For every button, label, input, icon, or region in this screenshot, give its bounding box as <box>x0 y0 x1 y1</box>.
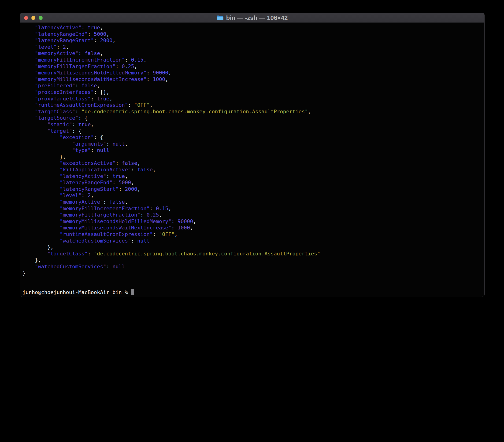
terminal-text-segment <box>22 160 60 166</box>
terminal-text-segment: "watchedCustomServices" <box>60 238 131 244</box>
terminal-text-segment: : <box>75 83 82 88</box>
terminal-line: "memoryMillisecondsWaitNextIncrease": 10… <box>22 225 482 231</box>
terminal-text-segment: : <box>131 167 138 173</box>
folder-icon <box>216 15 224 21</box>
window-title-area: bin — -zsh — 106×42 <box>20 13 484 22</box>
terminal-text-segment: "memoryFillIncrementFraction" <box>35 57 125 63</box>
terminal-text-segment: "runtimeAssaultCronExpression" <box>35 102 128 108</box>
terminal-text-segment: : <box>88 31 94 37</box>
minimize-button[interactable] <box>31 16 35 20</box>
traffic-lights <box>20 16 43 20</box>
terminal-line <box>22 276 482 283</box>
terminal-text-segment: } <box>22 270 26 276</box>
terminal-text-segment: "memoryMillisecondsHoldFilledMemory" <box>60 218 171 224</box>
terminal-text-segment: true <box>78 122 91 127</box>
terminal-text-segment: true <box>112 173 125 179</box>
terminal-text-segment: : <box>91 96 97 102</box>
terminal-text-segment: "level" <box>35 44 57 50</box>
terminal-text-segment: , <box>137 160 140 166</box>
terminal-text-segment: , <box>91 193 94 198</box>
terminal-text-segment: "killApplicationActive" <box>60 167 131 173</box>
terminal-text-segment: "proxiedInterfaces" <box>35 89 94 95</box>
terminal-text-segment: , <box>100 25 103 30</box>
terminal-text-segment: "runtimeAssaultCronExpression" <box>60 231 153 237</box>
terminal-text-segment: , <box>134 63 137 69</box>
terminal-text-segment: 5000 <box>94 31 106 37</box>
terminal-text-segment: 0.15 <box>156 206 168 212</box>
terminal-text-segment: , <box>112 37 115 43</box>
terminal-text-segment <box>22 122 47 127</box>
terminal-text-segment: : <box>147 76 153 82</box>
terminal-text-segment: : { <box>72 128 82 134</box>
terminal-line: "latencyRangeEnd": 5000, <box>22 179 482 186</box>
terminal-text-segment: , <box>137 186 140 192</box>
terminal-text-segment: : <box>106 141 113 147</box>
terminal-text-segment: "memoryActive" <box>35 50 78 56</box>
terminal-line: "memoryFillTargetFraction": 0.25, <box>22 212 482 218</box>
terminal-text-segment: "targetSource" <box>35 115 78 121</box>
terminal-text-segment: false <box>109 199 125 205</box>
terminal-line: "memoryActive": false, <box>22 199 482 205</box>
terminal-text-segment: "memoryMillisecondsWaitNextIncrease" <box>60 225 171 230</box>
terminal-text-segment <box>22 76 35 82</box>
terminal-line: "targetSource": { <box>22 115 482 121</box>
terminal-text-segment: "latencyRangeStart" <box>60 186 119 192</box>
terminal-text-segment: , <box>168 206 171 212</box>
terminal-text-segment: 0.15 <box>131 57 144 63</box>
terminal-text-segment <box>22 167 60 173</box>
terminal-text-segment: "de.codecentric.spring.boot.chaos.monkey… <box>82 109 308 114</box>
terminal-text-segment: , <box>190 225 193 230</box>
terminal-text-segment: 5000 <box>119 179 131 185</box>
terminal-text-segment <box>22 37 35 43</box>
terminal-text-segment: : <box>112 179 119 185</box>
terminal-line: "level": 2, <box>22 44 482 50</box>
terminal-text-segment: 1000 <box>178 225 190 230</box>
terminal-text-segment: "memoryFillIncrementFraction" <box>60 206 150 212</box>
terminal-text-segment: "OFF" <box>159 231 175 237</box>
terminal-text-segment: "latencyActive" <box>60 173 106 179</box>
terminal-text-segment: : <box>57 44 63 50</box>
terminal-text-segment: "proxyTargetClass" <box>35 96 91 102</box>
terminal-text-segment <box>22 70 35 76</box>
terminal-text-segment <box>22 231 60 237</box>
terminal-text-segment: junho@choejunhoui-MacBookAir bin % <box>22 289 131 295</box>
terminal-cursor <box>131 289 134 295</box>
terminal-text-segment: : <box>106 173 113 179</box>
window-titlebar: bin — -zsh — 106×42 <box>20 13 484 23</box>
terminal-text-segment: : <box>91 147 97 153</box>
terminal-line: "memoryActive": false, <box>22 50 482 57</box>
terminal-text-segment: 2000 <box>100 37 112 43</box>
terminal-line: "latencyActive": true, <box>22 173 482 179</box>
terminal-text-segment <box>22 251 47 257</box>
terminal-text-segment <box>22 50 35 56</box>
terminal-text-segment: }, <box>22 244 54 250</box>
terminal-text-segment: : <box>150 206 156 212</box>
terminal-text-segment: , <box>125 173 128 179</box>
terminal-line: "exceptionsActive": false, <box>22 160 482 166</box>
terminal-text-segment <box>22 238 60 244</box>
terminal-text-segment: "level" <box>60 193 82 198</box>
zoom-button[interactable] <box>39 16 43 20</box>
terminal-text-segment <box>22 102 35 108</box>
terminal-text-segment: false <box>85 50 100 56</box>
terminal-text-segment <box>22 115 35 121</box>
terminal-text-segment: false <box>122 160 137 166</box>
terminal-text-segment <box>22 186 60 192</box>
terminal-text-segment: , <box>91 122 94 127</box>
close-button[interactable] <box>24 16 28 20</box>
terminal-text-segment: "watchedCustomServices" <box>35 264 106 269</box>
terminal-line: junho@choejunhoui-MacBookAir bin % <box>22 289 482 296</box>
terminal-line: "latencyRangeEnd": 5000, <box>22 31 482 37</box>
terminal-text-segment <box>22 57 35 63</box>
terminal-text-segment: true <box>88 25 100 30</box>
terminal-text-segment: }, <box>22 154 66 160</box>
terminal-text-segment <box>22 25 35 30</box>
terminal-line: "memoryMillisecondsWaitNextIncrease": 10… <box>22 76 482 83</box>
terminal-text-segment <box>22 212 60 218</box>
terminal-text-segment: , <box>144 57 147 63</box>
terminal-line: "target": { <box>22 128 482 134</box>
terminal-screen[interactable]: "latencyActive": true, "latencyRangeEnd"… <box>20 23 484 296</box>
terminal-line: }, <box>22 244 482 250</box>
terminal-text-segment: , <box>97 83 100 88</box>
terminal-text-segment: , <box>100 50 103 56</box>
